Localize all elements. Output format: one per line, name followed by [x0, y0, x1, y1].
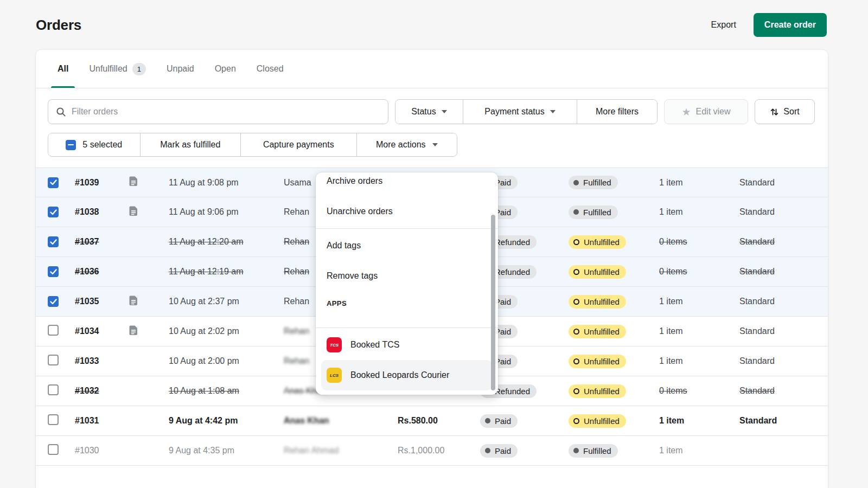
- row-checkbox[interactable]: [48, 236, 59, 247]
- fulfillment-status-cell: Fulfilled: [569, 444, 659, 458]
- row-checkbox[interactable]: [48, 414, 59, 425]
- row-checkbox[interactable]: [48, 266, 59, 277]
- edit-view-button[interactable]: ★ Edit view: [664, 99, 748, 124]
- row-checkbox[interactable]: [48, 384, 59, 395]
- export-button[interactable]: Export: [708, 15, 739, 35]
- tab-unfulfilled[interactable]: Unfulfilled1: [81, 50, 154, 88]
- menu-item-remove-tags[interactable]: Remove tags: [316, 261, 498, 291]
- delivery-method-cell: Standard: [739, 416, 828, 426]
- order-row-1031[interactable]: #10319 Aug at 4:42 pmAnas KhanRs.580.00P…: [36, 406, 828, 436]
- tab-closed[interactable]: Closed: [249, 50, 291, 88]
- status-ring-icon: [573, 329, 579, 335]
- order-date: 10 Aug at 2:02 pm: [169, 326, 239, 336]
- payment-status-badge: Paid: [480, 414, 518, 428]
- fulfillment-status-label: Unfulfilled: [584, 416, 620, 426]
- page-header: Orders Export Create order: [0, 0, 868, 40]
- mark-fulfilled-button[interactable]: Mark as fulfilled: [140, 133, 241, 156]
- menu-item-label: Booked TCS: [350, 340, 399, 350]
- items-count: 1 item: [659, 356, 683, 365]
- items-count: 1 item: [659, 207, 683, 216]
- order-number-cell: #1031: [75, 416, 129, 426]
- status-filter-label: Status: [411, 107, 436, 117]
- header-actions: Export Create order: [708, 13, 827, 37]
- payment-status-filter-button[interactable]: Payment status: [463, 100, 577, 124]
- menu-scrollbar-thumb[interactable]: [491, 215, 495, 390]
- tab-unpaid[interactable]: Unpaid: [159, 50, 202, 88]
- date-cell: 9 Aug at 4:35 pm: [169, 446, 284, 455]
- order-date: 11 Aug at 12:19 am: [169, 267, 244, 276]
- fulfillment-status-badge: Fulfilled: [569, 176, 618, 189]
- date-cell: 9 Aug at 4:42 pm: [169, 416, 284, 426]
- create-order-button[interactable]: Create order: [754, 13, 827, 37]
- menu-item-booked-tcs[interactable]: TCSBooked TCS: [316, 330, 498, 360]
- menu-item-booked-leopards-courier[interactable]: LCSBooked Leopards Courier: [321, 360, 493, 390]
- order-date: 11 Aug at 9:08 pm: [169, 178, 239, 187]
- fulfillment-status-cell: Unfulfilled: [569, 384, 659, 398]
- more-actions-button[interactable]: More actions: [356, 133, 457, 156]
- status-ring-icon: [573, 269, 579, 275]
- status-dot-icon: [573, 209, 579, 215]
- fulfillment-status-cell: Fulfilled: [569, 206, 659, 219]
- order-number: #1038: [75, 207, 99, 216]
- fulfillment-status-cell: Unfulfilled: [569, 355, 659, 368]
- delivery-method-cell: Standard: [739, 178, 828, 188]
- delivery-method: Standard: [739, 207, 775, 216]
- order-number-cell: #1030: [75, 446, 129, 455]
- filter-button-group: Status Payment status More filters: [395, 99, 658, 124]
- menu-item-label: Booked Leopards Courier: [350, 370, 449, 380]
- selected-count-button[interactable]: 5 selected: [48, 133, 140, 156]
- order-number: #1034: [75, 326, 99, 336]
- fulfillment-status-cell: Unfulfilled: [569, 325, 659, 338]
- order-number-cell: #1039: [75, 178, 129, 188]
- more-actions-menu: Archive ordersUnarchive ordersAdd tagsRe…: [316, 172, 498, 395]
- capture-payments-button[interactable]: Capture payments: [240, 133, 356, 156]
- bulk-actions-bar: 5 selected Mark as fulfilled Capture pay…: [48, 133, 457, 157]
- items-cell: 1 item: [659, 356, 739, 366]
- menu-item-unarchive-orders[interactable]: Unarchive orders: [316, 196, 498, 227]
- menu-item-archive-orders[interactable]: Archive orders: [316, 172, 498, 196]
- payment-status-cell: Paid: [480, 444, 569, 458]
- fulfillment-status-cell: Unfulfilled: [569, 295, 659, 309]
- status-filter-button[interactable]: Status: [395, 100, 463, 124]
- order-date: 11 Aug at 9:06 pm: [169, 207, 239, 216]
- delivery-method: Standard: [739, 178, 775, 187]
- row-checkbox[interactable]: [48, 177, 59, 188]
- items-cell: 1 item: [659, 416, 739, 426]
- tab-all[interactable]: All: [50, 50, 76, 88]
- checkbox-cell: [48, 384, 75, 397]
- order-number: #1032: [75, 386, 99, 395]
- items-count: 0 items: [659, 386, 687, 395]
- tab-open[interactable]: Open: [207, 50, 244, 88]
- indeterminate-checkbox[interactable]: [66, 140, 76, 150]
- fulfillment-status-label: Unfulfilled: [584, 387, 620, 396]
- date-cell: 11 Aug at 9:06 pm: [169, 207, 284, 217]
- search-input-wrapper[interactable]: [48, 99, 388, 124]
- tab-label: Closed: [257, 64, 284, 74]
- order-number-cell: #1038: [75, 207, 129, 217]
- items-cell: 1 item: [659, 297, 739, 306]
- order-number-cell: #1033: [75, 356, 129, 366]
- payment-status-label: Paid: [495, 416, 511, 426]
- order-row-1030[interactable]: #10309 Aug at 4:35 pmRehan AhmadRs.1,000…: [36, 436, 828, 466]
- chevron-down-icon: [432, 143, 438, 146]
- delivery-method-cell: Standard: [739, 297, 828, 306]
- row-checkbox[interactable]: [48, 296, 59, 307]
- payment-status-label: Refunded: [495, 237, 530, 247]
- row-checkbox[interactable]: [48, 444, 59, 455]
- row-checkbox[interactable]: [48, 207, 59, 217]
- date-cell: 10 Aug at 2:37 pm: [169, 297, 284, 306]
- sort-button[interactable]: Sort: [755, 99, 815, 124]
- filter-orders-input[interactable]: [72, 107, 380, 117]
- fulfillment-status-badge: Unfulfilled: [569, 265, 626, 279]
- more-filters-label: More filters: [596, 107, 639, 117]
- more-filters-button[interactable]: More filters: [577, 100, 657, 124]
- payment-status-label: Paid: [495, 446, 511, 455]
- order-total: Rs.1,000.00: [398, 446, 444, 455]
- row-checkbox[interactable]: [48, 355, 59, 365]
- menu-item-add-tags[interactable]: Add tags: [316, 230, 498, 261]
- more-actions-label: More actions: [376, 140, 426, 150]
- items-cell: 0 items: [659, 237, 739, 247]
- order-number-cell: #1037: [75, 237, 129, 247]
- row-checkbox[interactable]: [48, 325, 59, 336]
- fulfillment-status-label: Unfulfilled: [584, 237, 620, 247]
